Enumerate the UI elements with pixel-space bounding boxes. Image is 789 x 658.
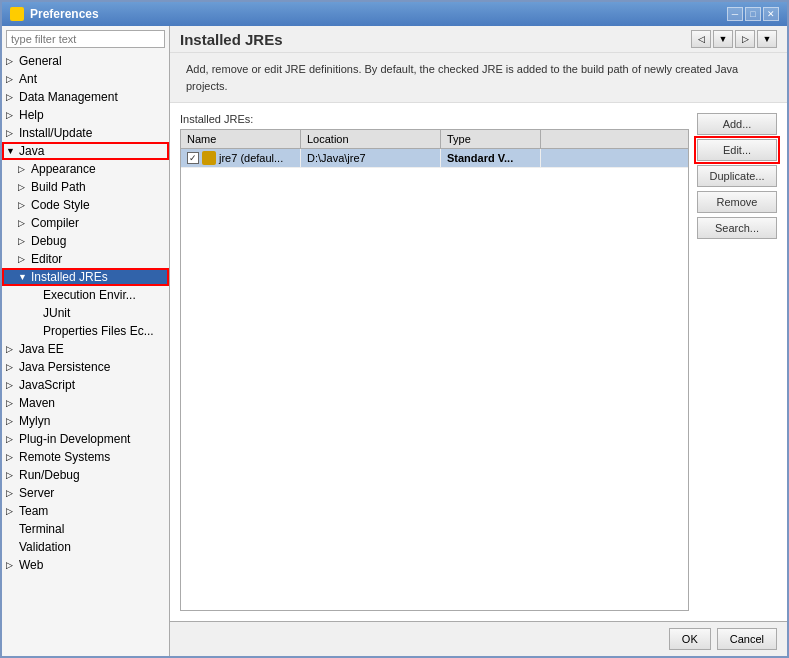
filter-input[interactable]	[6, 30, 165, 48]
tree-item-java-persistence[interactable]: ▷Java Persistence	[2, 358, 169, 376]
table-row[interactable]: jre7 (defaul...D:\Java\jre7Standard V...	[181, 149, 688, 168]
tree-item-run-debug[interactable]: ▷Run/Debug	[2, 466, 169, 484]
tree-item-java-ee[interactable]: ▷Java EE	[2, 340, 169, 358]
tree-arrow-java-persistence: ▷	[6, 362, 16, 372]
tree-item-installed-jres[interactable]: ▼Installed JREs	[2, 268, 169, 286]
tree-item-javascript[interactable]: ▷JavaScript	[2, 376, 169, 394]
tree-arrow-java-ee: ▷	[6, 344, 16, 354]
tree-label-ant: Ant	[19, 72, 37, 86]
tree-item-web[interactable]: ▷Web	[2, 556, 169, 574]
tree-arrow-data-management: ▷	[6, 92, 16, 102]
tree-label-run-debug: Run/Debug	[19, 468, 80, 482]
jre-location: D:\Java\jre7	[301, 149, 441, 167]
jre-icon	[202, 151, 216, 165]
tree-label-general: General	[19, 54, 62, 68]
tree-item-maven[interactable]: ▷Maven	[2, 394, 169, 412]
tree-label-remote-systems: Remote Systems	[19, 450, 110, 464]
preferences-window: Preferences ─ □ ✕ ▷General▷Ant▷Data Mana…	[0, 0, 789, 658]
tree-arrow-installed-jres: ▼	[18, 272, 28, 282]
table-header: Name Location Type	[181, 130, 688, 149]
col-location: Location	[301, 130, 441, 148]
tree-label-web: Web	[19, 558, 43, 572]
forward-button[interactable]: ▷	[735, 30, 755, 48]
tree-label-help: Help	[19, 108, 44, 122]
tree-label-java-persistence: Java Persistence	[19, 360, 110, 374]
tree-item-editor[interactable]: ▷Editor	[2, 250, 169, 268]
tree-item-build-path[interactable]: ▷Build Path	[2, 178, 169, 196]
tree-label-java: Java	[19, 144, 44, 158]
search----button[interactable]: Search...	[697, 217, 777, 239]
tree-label-data-management: Data Management	[19, 90, 118, 104]
minimize-button[interactable]: ─	[727, 7, 743, 21]
jre-checkbox-cell[interactable]: jre7 (defaul...	[181, 149, 301, 167]
window-title: Preferences	[30, 7, 99, 21]
tree-label-debug: Debug	[31, 234, 66, 248]
tree-item-server[interactable]: ▷Server	[2, 484, 169, 502]
tree-item-code-style[interactable]: ▷Code Style	[2, 196, 169, 214]
tree-label-install-update: Install/Update	[19, 126, 92, 140]
close-button[interactable]: ✕	[763, 7, 779, 21]
left-panel: ▷General▷Ant▷Data Management▷Help▷Instal…	[2, 26, 170, 656]
maximize-button[interactable]: □	[745, 7, 761, 21]
tree-item-team[interactable]: ▷Team	[2, 502, 169, 520]
tree-arrow-debug: ▷	[18, 236, 28, 246]
tree-label-maven: Maven	[19, 396, 55, 410]
dropdown-button[interactable]: ▼	[713, 30, 733, 48]
tree-label-javascript: JavaScript	[19, 378, 75, 392]
jre-extra	[541, 149, 688, 167]
col-type: Type	[441, 130, 541, 148]
jre-checkbox[interactable]	[187, 152, 199, 164]
tree-item-ant[interactable]: ▷Ant	[2, 70, 169, 88]
ok-button[interactable]: OK	[669, 628, 711, 650]
remove-button[interactable]: Remove	[697, 191, 777, 213]
title-bar-controls: ─ □ ✕	[727, 7, 779, 21]
panel-title: Installed JREs	[180, 31, 283, 48]
jre-table: Name Location Type jre7 (defaul...D:\Jav…	[180, 129, 689, 611]
tree-item-compiler[interactable]: ▷Compiler	[2, 214, 169, 232]
duplicate----button[interactable]: Duplicate...	[697, 165, 777, 187]
tree-item-validation[interactable]: Validation	[2, 538, 169, 556]
tree-label-code-style: Code Style	[31, 198, 90, 212]
tree-item-remote-systems[interactable]: ▷Remote Systems	[2, 448, 169, 466]
col-name: Name	[181, 130, 301, 148]
title-bar-left: Preferences	[10, 7, 99, 21]
panel-top-bar: Installed JREs ◁ ▼ ▷ ▼	[170, 26, 787, 53]
tree-arrow-web: ▷	[6, 560, 16, 570]
tree-item-appearance[interactable]: ▷Appearance	[2, 160, 169, 178]
tree-item-debug[interactable]: ▷Debug	[2, 232, 169, 250]
add----button[interactable]: Add...	[697, 113, 777, 135]
tree-item-install-update[interactable]: ▷Install/Update	[2, 124, 169, 142]
jre-type: Standard V...	[441, 149, 541, 167]
tree-label-mylyn: Mylyn	[19, 414, 50, 428]
tree-arrow-build-path: ▷	[18, 182, 28, 192]
tree-arrow-mylyn: ▷	[6, 416, 16, 426]
panel-description: Add, remove or edit JRE definitions. By …	[186, 61, 771, 94]
tree-item-general[interactable]: ▷General	[2, 52, 169, 70]
tree-item-execution-envir[interactable]: Execution Envir...	[2, 286, 169, 304]
tree-item-data-management[interactable]: ▷Data Management	[2, 88, 169, 106]
tree-label-appearance: Appearance	[31, 162, 96, 176]
nav-dropdown-button[interactable]: ▼	[757, 30, 777, 48]
main-content: ▷General▷Ant▷Data Management▷Help▷Instal…	[2, 26, 787, 656]
title-bar: Preferences ─ □ ✕	[2, 2, 787, 26]
tree-item-terminal[interactable]: Terminal	[2, 520, 169, 538]
tree-arrow-code-style: ▷	[18, 200, 28, 210]
tree-label-build-path: Build Path	[31, 180, 86, 194]
tree-arrow-run-debug: ▷	[6, 470, 16, 480]
tree-item-properties-files[interactable]: Properties Files Ec...	[2, 322, 169, 340]
tree-item-plugin-dev[interactable]: ▷Plug-in Development	[2, 430, 169, 448]
description-area: Add, remove or edit JRE definitions. By …	[170, 53, 787, 103]
tree-arrow-javascript: ▷	[6, 380, 16, 390]
tree-item-mylyn[interactable]: ▷Mylyn	[2, 412, 169, 430]
edit----button[interactable]: Edit...	[697, 139, 777, 161]
back-button[interactable]: ◁	[691, 30, 711, 48]
cancel-button[interactable]: Cancel	[717, 628, 777, 650]
tree-item-help[interactable]: ▷Help	[2, 106, 169, 124]
tree-label-properties-files: Properties Files Ec...	[43, 324, 154, 338]
right-panel: Installed JREs ◁ ▼ ▷ ▼ Add, remove or ed…	[170, 26, 787, 656]
tree-label-terminal: Terminal	[19, 522, 64, 536]
tree-label-compiler: Compiler	[31, 216, 79, 230]
tree-item-junit[interactable]: JUnit	[2, 304, 169, 322]
tree-arrow-remote-systems: ▷	[6, 452, 16, 462]
tree-item-java[interactable]: ▼Java	[2, 142, 169, 160]
